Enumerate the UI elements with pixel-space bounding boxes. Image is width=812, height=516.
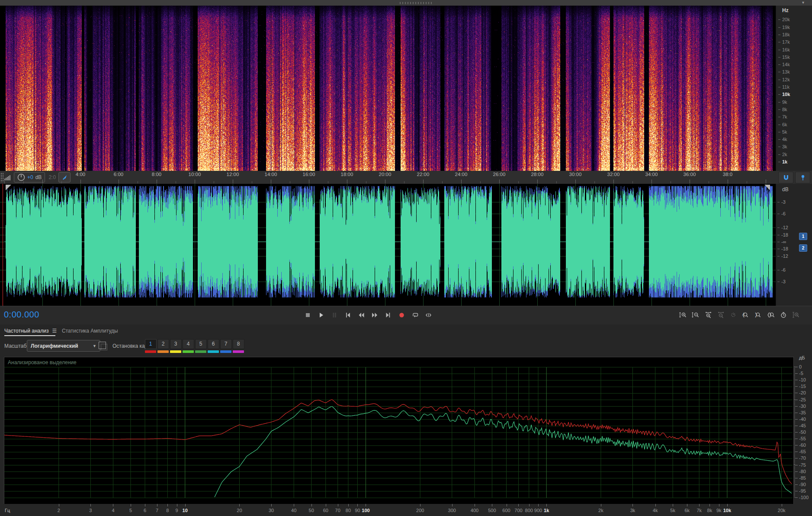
record-icon [398, 311, 405, 319]
time-label-4:00[interactable]: 4:00 [76, 172, 85, 177]
plot-x-label-500: 500 [488, 508, 496, 513]
plot-db-tick--100: -100 [799, 495, 809, 500]
freq-tick-19k: 19k [782, 25, 790, 30]
scale-select[interactable]: Логарифмический ▼ [27, 340, 100, 352]
time-label-28:00[interactable]: 28:00 [531, 172, 544, 177]
channel-badge-1[interactable]: 1 [799, 233, 807, 240]
waveform-canvas[interactable] [0, 184, 776, 306]
db-tick-bottom-3: -3 [781, 279, 786, 284]
zoom-selection-left-icon: ❬ [741, 311, 750, 319]
time-label-6:00[interactable]: 6:00 [114, 172, 123, 177]
record-button[interactable] [397, 309, 406, 321]
plot-x-tick-7k [699, 504, 700, 506]
plot-db-tick--85: -85 [799, 475, 806, 481]
plot-x-tick-80 [348, 504, 349, 506]
zoom-selection-right-button[interactable]: ❭ [754, 309, 763, 321]
time-label-22:00[interactable]: 22:00 [417, 172, 430, 177]
pushpin-button[interactable] [795, 172, 810, 183]
zoom-selection-button[interactable]: ❬❭ [766, 309, 776, 321]
skip-end-button[interactable] [383, 309, 393, 321]
skip-playhead-button[interactable] [424, 309, 433, 321]
frame-hold-button-3[interactable]: 3 [170, 339, 182, 349]
panel-resize-grip[interactable] [399, 2, 432, 4]
plot-x-tick-400 [475, 504, 475, 506]
panel-grip-bar[interactable]: ▾ [0, 0, 812, 6]
zoom-selection-left-button[interactable]: ❬ [741, 309, 751, 321]
transport-buttons [303, 309, 433, 321]
stop-button[interactable] [303, 309, 312, 321]
zoom-selection-right-icon: ❭ [754, 311, 763, 319]
frame-hold-button-2[interactable]: 2 [157, 339, 169, 349]
freq-tick-18k: 18k [782, 32, 790, 37]
plot-x-tick-6k [687, 504, 687, 506]
plot-x-label-1k: 1k [544, 508, 549, 513]
loop-playback-button[interactable] [410, 309, 420, 321]
panel-menu-caret-icon[interactable]: ▾ [802, 0, 804, 5]
time-label-10:00[interactable]: 10:00 [189, 172, 201, 177]
time-label-8:00[interactable]: 8:00 [152, 172, 161, 177]
time-label-12:00[interactable]: 12:00 [227, 172, 239, 177]
zoom-in-horizontal-button[interactable] [703, 309, 713, 321]
db-tick-bottom-18: -18 [781, 246, 788, 251]
frame-hold-button-5[interactable]: 5 [195, 339, 207, 349]
toolbar-grip[interactable] [0, 173, 3, 182]
zoom-full-button[interactable] [791, 309, 801, 321]
plot-x-label-4: 4 [112, 508, 114, 513]
timed-record-button[interactable] [779, 309, 788, 321]
time-label-30:00[interactable]: 30:00 [569, 172, 582, 177]
plot-x-label-8: 8 [166, 508, 169, 513]
playhead-time-display[interactable]: 0:00.000 [4, 310, 39, 320]
zoom-reset-icon [729, 311, 738, 319]
copy-frames-icon[interactable] [99, 342, 106, 349]
frequency-plot[interactable]: Анализированое выделение [4, 357, 793, 503]
play-button[interactable] [316, 309, 326, 321]
time-label-20:00[interactable]: 20:00 [379, 172, 392, 177]
plot-db-tick--45: -45 [799, 423, 806, 428]
plot-frequency-axis-unit: Гц [5, 508, 10, 513]
time-label-34:00[interactable]: 34:00 [645, 172, 658, 177]
fade-out-handle[interactable] [764, 185, 770, 190]
transport-row: 0:00.000 ❬❭❬❭ [0, 306, 812, 325]
db-tick-top-6: -6 [781, 211, 786, 216]
freq-tick-20k: 20k [782, 17, 790, 22]
time-label-16:00[interactable]: 16:00 [303, 172, 315, 177]
bottom-tabs-row: Частотный анализ ☰ Статистика Амплитуды [0, 324, 812, 337]
fade-in-handle[interactable] [6, 185, 11, 190]
plot-x-label-700: 700 [514, 508, 522, 513]
frame-hold-button-7[interactable]: 7 [220, 339, 232, 349]
db-tick-bottom-6: -6 [781, 267, 786, 272]
frame-hold-button-1[interactable]: 1 [145, 339, 157, 349]
channel-badge-2[interactable]: 2 [799, 244, 807, 252]
time-label-18:00[interactable]: 18:00 [341, 172, 353, 177]
time-label-26:00[interactable]: 26:00 [493, 172, 506, 177]
frequency-plot-frame: Анализированое выделение [4, 357, 794, 505]
time-label-36:00[interactable]: 36:00 [684, 172, 696, 177]
frame-hold-button-8[interactable]: 8 [233, 339, 244, 349]
tab-frequency-analysis-label: Частотный анализ [4, 328, 48, 334]
plot-x-label-10k: 10k [723, 508, 731, 513]
zoom-out-horizontal-button[interactable] [716, 309, 725, 321]
active-tab-underline [4, 335, 55, 336]
zoom-in-vertical-button[interactable] [678, 309, 688, 321]
spectrogram-canvas[interactable] [0, 6, 776, 171]
db-tick-top-18: -18 [781, 232, 788, 237]
time-label-32:00[interactable]: 32:00 [607, 172, 620, 177]
rewind-button[interactable] [356, 309, 366, 321]
plot-x-label-8k: 8k [707, 508, 713, 513]
frame-hold-button-6[interactable]: 6 [208, 339, 219, 349]
time-label-24:00[interactable]: 24:00 [455, 172, 468, 177]
time-label-38:0[interactable]: 38:0 [723, 172, 732, 177]
time-label-14:00[interactable]: 14:00 [265, 172, 277, 177]
zoom-reset-button[interactable] [729, 309, 738, 321]
skip-start-button[interactable] [343, 309, 353, 321]
fast-forward-button[interactable] [370, 309, 379, 321]
tab-amplitude-statistics[interactable]: Статистика Амплитуды [62, 324, 118, 337]
frame-hold-button-4[interactable]: 4 [183, 339, 194, 349]
magnet-button[interactable] [778, 172, 793, 183]
analysis-controls-row: Масштаб: Логарифмический ▼ Остановка кад… [0, 337, 812, 357]
pushpin-icon [799, 174, 806, 181]
panel-menu-icon[interactable]: ☰ [52, 328, 57, 334]
zoom-out-vertical-button[interactable] [691, 309, 700, 321]
pause-button[interactable] [330, 309, 339, 321]
plot-x-tick-40 [294, 504, 294, 506]
